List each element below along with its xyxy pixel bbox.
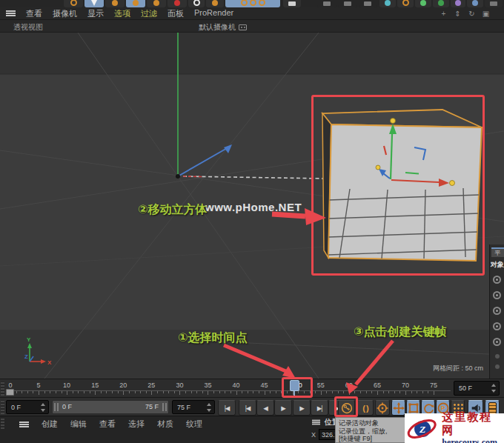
menu-item-4[interactable]: 选项 (114, 8, 130, 19)
visibility-dot-5[interactable] (493, 338, 501, 346)
view-label[interactable]: 透视视图 (13, 22, 43, 33)
timeline-ruler[interactable]: 051015202530354045505560657075 50 F (0, 379, 504, 397)
range-right-handle2[interactable] (162, 403, 164, 411)
tick (146, 391, 147, 393)
tick (90, 391, 90, 393)
tick (168, 391, 169, 393)
next-frame-icon: ▶ (299, 404, 304, 412)
menu-item-7[interactable]: ProRender (194, 8, 233, 19)
range-end-value: 75 F (177, 404, 190, 411)
material-menu-item-1[interactable]: 创建 (42, 419, 58, 430)
toolbar-icon-15[interactable] (415, 0, 431, 7)
ruler-baseline (7, 390, 451, 391)
toolbar-icon-8[interactable] (225, 0, 280, 7)
viewport-menu-icon[interactable] (6, 10, 16, 16)
menu-item-2[interactable]: 摄像机 (53, 8, 77, 19)
toolbar-icon-2[interactable] (105, 0, 125, 7)
toolbar-icon-0[interactable] (64, 0, 83, 7)
tick (196, 391, 197, 393)
range-right-handle[interactable] (165, 403, 167, 411)
menu-item-3[interactable]: 显示 (87, 8, 104, 19)
objects-panel-label[interactable]: 对象 (491, 260, 504, 270)
visibility-dot-4[interactable] (493, 322, 501, 330)
toolbar-icon-16[interactable] (433, 0, 449, 7)
keyframe-selection-button[interactable] (375, 400, 390, 416)
viewport-menus: 查看摄像机显示选项过滤面板ProRender (26, 8, 233, 19)
play-button[interactable]: ▶ (274, 400, 292, 416)
toolbar-icon-12[interactable] (359, 0, 377, 7)
toolbar-icon-19[interactable] (485, 0, 503, 7)
ruler-number-0: 0 (8, 382, 12, 389)
tick (270, 391, 271, 393)
toolbar-icon-6[interactable] (188, 0, 205, 7)
material-menu-item-3[interactable]: 查看 (99, 419, 116, 430)
logo-title: 这里教程网 (442, 410, 503, 437)
toolbar-icon-13[interactable] (379, 0, 396, 7)
material-grip[interactable] (1, 419, 4, 429)
tick (399, 391, 400, 393)
cube-object[interactable] (322, 110, 482, 261)
previous-frame-button[interactable]: ◀ (256, 400, 274, 416)
menu-item-5[interactable]: 过滤 (141, 8, 157, 19)
toolbar-icon-7[interactable] (206, 0, 224, 7)
ruler-grip[interactable] (1, 382, 4, 396)
playhead[interactable] (290, 380, 299, 391)
next-frame-button[interactable]: ▶ (293, 400, 311, 416)
toolbar-icon-1[interactable] (84, 0, 104, 7)
range-start-stepper[interactable] (41, 403, 46, 412)
go-to-previous-key-icon: |◀ (245, 404, 251, 412)
material-menu-item-6[interactable]: 纹理 (186, 419, 202, 430)
toolbar-icon-4[interactable] (147, 0, 166, 7)
tick (179, 391, 180, 395)
perspective-viewport[interactable]: Y X Z 透视视图 默认摄像机 www.pHome.NET ②移动立方体 ①选… (0, 20, 504, 379)
keyframe-marker-frame0[interactable] (6, 389, 14, 396)
tick (202, 391, 203, 393)
toolbar-icon-5[interactable] (168, 0, 187, 7)
toolbar-icon-3[interactable] (126, 0, 145, 7)
camera-label-group[interactable]: 默认摄像机 (199, 22, 247, 33)
menu-item-6[interactable]: 面板 (168, 8, 184, 19)
visibility-dot-2[interactable] (493, 291, 501, 299)
pan-view-icon[interactable]: + (439, 10, 448, 18)
origin-point (176, 174, 180, 179)
toolbar-icon-9[interactable] (283, 0, 301, 7)
toolbar-icon-17[interactable] (451, 0, 465, 7)
frame-stepper[interactable] (491, 384, 497, 393)
range-left-handle2[interactable] (57, 403, 59, 411)
go-to-next-key-button[interactable]: ▶| (311, 400, 328, 416)
toolbar-icon-14[interactable] (397, 0, 414, 7)
rotate-view-icon[interactable]: ↻ (467, 10, 477, 18)
toolbar-icon-11[interactable] (338, 0, 357, 7)
go-to-start-button[interactable]: |◀ (218, 400, 236, 416)
tick (265, 391, 265, 395)
tick (360, 391, 361, 393)
material-menu-item-4[interactable]: 选择 (128, 419, 145, 430)
tick (411, 391, 412, 393)
material-menu-icon[interactable] (19, 422, 29, 427)
menu-item-1[interactable]: 查看 (26, 8, 42, 19)
range-left-handle[interactable] (54, 403, 56, 411)
toggle-panel-view-icon[interactable]: ▣ (481, 10, 491, 18)
preview-range-slider[interactable]: 0 F 75 F (52, 400, 169, 414)
material-menu-item-2[interactable]: 编辑 (70, 419, 87, 430)
record-active-objects-button[interactable] (338, 400, 355, 416)
coordinates-menu-icon[interactable] (312, 420, 320, 425)
range-end-stepper[interactable] (207, 403, 212, 412)
dolly-view-icon[interactable]: ⇕ (453, 10, 462, 18)
right-side-panel: 平 对象 (489, 244, 504, 379)
visibility-dot-1[interactable] (493, 276, 501, 284)
toolbar-icon-10[interactable] (317, 0, 336, 7)
range-start-field[interactable]: 0 F (6, 400, 49, 414)
go-to-previous-key-button[interactable]: |◀ (239, 400, 256, 416)
range-end-field[interactable]: 75 F (172, 400, 215, 414)
visibility-dot-3[interactable] (493, 307, 501, 315)
record-position-toggle[interactable] (391, 400, 405, 416)
material-menu-item-5[interactable]: 材质 (157, 419, 173, 430)
autokey-button[interactable]: ( ) (357, 400, 374, 416)
tick (276, 391, 276, 393)
toolbar-icon-18[interactable] (467, 0, 483, 7)
right-panel-tab[interactable]: 平 (491, 247, 504, 257)
transport-grip[interactable] (1, 400, 4, 414)
current-frame-field[interactable]: 50 F (454, 381, 500, 396)
annotation-step2: ②移动立方体 (138, 202, 208, 218)
